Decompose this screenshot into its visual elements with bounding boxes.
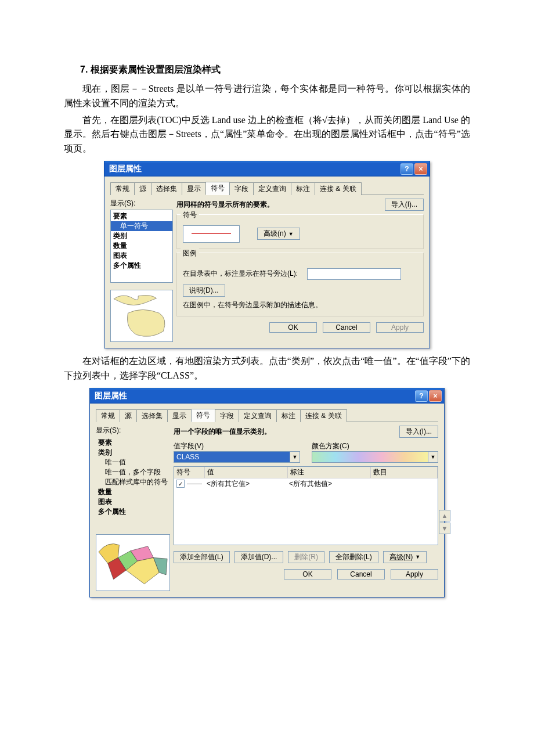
tab-1[interactable]: 源 xyxy=(134,182,151,195)
dialog-title: 图层属性 xyxy=(95,391,127,401)
advanced-button[interactable]: 高级(N)▼ xyxy=(383,551,427,563)
tab-6[interactable]: 定义查询 xyxy=(253,182,291,195)
color-scheme-label: 颜色方案(C) xyxy=(312,441,438,451)
apply-button[interactable]: Apply xyxy=(391,569,438,579)
map-preview xyxy=(96,534,170,591)
tab-0[interactable]: 常规 xyxy=(110,182,135,195)
legend-label-text: 在目录表中，标注显示在符号旁边(L): xyxy=(183,269,298,279)
renderer-description: 用同样的符号显示所有的要素。 xyxy=(176,200,274,210)
layer-properties-dialog-1: 图层属性 ? × 常规源选择集显示符号字段定义查询标注连接 & 关联 显示(S)… xyxy=(104,161,430,348)
symbol-group: 高级(n)▼ xyxy=(176,214,424,249)
close-button[interactable]: × xyxy=(429,390,442,402)
advanced-button[interactable]: 高级(n)▼ xyxy=(257,228,300,240)
renderer-item[interactable]: 要素 xyxy=(111,211,172,221)
help-button[interactable]: ? xyxy=(415,390,428,402)
tab-2[interactable]: 选择集 xyxy=(136,409,168,422)
value-field-value: CLASS xyxy=(174,451,290,463)
row-label: <所有其他值> xyxy=(287,478,369,489)
renderer-item[interactable]: 类别 xyxy=(96,448,170,458)
renderer-item[interactable]: 匹配样式库中的符号 xyxy=(96,477,170,487)
col-header-label: 标注 xyxy=(288,467,371,478)
chevron-down-icon[interactable]: ▼ xyxy=(428,451,438,463)
tab-4[interactable]: 符号 xyxy=(205,182,230,195)
tab-2[interactable]: 选择集 xyxy=(151,182,182,195)
renderer-item[interactable]: 图表 xyxy=(96,497,170,507)
tab-0[interactable]: 常规 xyxy=(96,409,120,422)
renderer-item[interactable]: 类别 xyxy=(111,231,172,241)
renderer-item[interactable]: 要素 xyxy=(96,438,170,448)
tab-1[interactable]: 源 xyxy=(120,409,137,422)
renderer-item[interactable]: 图表 xyxy=(111,251,172,261)
move-up-button[interactable]: ▲ xyxy=(439,510,450,521)
tab-4[interactable]: 符号 xyxy=(191,409,215,422)
dialog-title: 图层属性 xyxy=(109,164,142,174)
legend-note: 在图例中，在符号旁边显示附加的描述信息。 xyxy=(183,300,417,310)
tab-8[interactable]: 连接 & 关联 xyxy=(315,182,362,195)
legend-label-input[interactable] xyxy=(307,268,401,280)
help-button[interactable]: ? xyxy=(400,163,413,175)
remove-all-button[interactable]: 全部删除(L) xyxy=(329,551,378,563)
tab-8[interactable]: 连接 & 关联 xyxy=(300,409,347,422)
move-down-button[interactable]: ▼ xyxy=(439,523,450,534)
ok-button[interactable]: OK xyxy=(284,569,331,579)
paragraph-2: 首先，在图层列表(TOC)中反选 Land use 边上的检查框（将√去掉），从… xyxy=(64,113,470,156)
tab-strip: 常规源选择集显示符号字段定义查询标注连接 & 关联 xyxy=(96,408,438,422)
apply-button[interactable]: Apply xyxy=(376,322,424,333)
tab-3[interactable]: 显示 xyxy=(167,409,192,422)
row-count xyxy=(369,478,438,489)
description-button[interactable]: 说明(D)... xyxy=(183,285,225,297)
add-all-values-button[interactable]: 添加全部值(L) xyxy=(174,551,230,563)
tab-3[interactable]: 显示 xyxy=(182,182,206,195)
section-heading: 7. 根据要素属性设置图层渲染样式 xyxy=(80,64,470,76)
grid-row-all-others[interactable]: ✓ <所有其它值> <所有其他值> xyxy=(174,478,438,489)
col-header-value: 值 xyxy=(205,467,288,478)
value-field-label: 值字段(V) xyxy=(174,441,300,451)
ok-button[interactable]: OK xyxy=(269,322,317,333)
col-header-count: 数目 xyxy=(371,467,438,478)
renderer-description: 用一个字段的唯一值显示类别。 xyxy=(174,427,271,437)
renderer-item[interactable]: 唯一值 xyxy=(96,458,170,467)
values-grid[interactable]: 符号 值 标注 数目 ✓ <所有其它值> <所有其他值> xyxy=(174,466,438,545)
renderer-list[interactable]: 要素类别唯一值唯一值，多个字段匹配样式库中的符号数量图表多个属性 xyxy=(96,437,170,527)
tab-5[interactable]: 字段 xyxy=(229,182,254,195)
paragraph-1: 现在，图层－－Streets 是以单一符号进行渲染，每个实体都是同一种符号。你可… xyxy=(64,82,470,111)
cancel-button[interactable]: Cancel xyxy=(323,322,370,333)
renderer-item[interactable]: 数量 xyxy=(96,487,170,497)
renderer-item[interactable]: 多个属性 xyxy=(111,261,172,271)
renderer-list[interactable]: 要素单一符号类别数量图表多个属性 xyxy=(110,210,173,283)
paragraph-3: 在对话框的左边区域，有地图渲染方式列表。点击“类别”，依次点击“唯一值”。在“值… xyxy=(64,354,470,383)
renderer-item[interactable]: 数量 xyxy=(111,241,172,251)
symbol-swatch[interactable] xyxy=(183,225,240,243)
chevron-down-icon: ▼ xyxy=(415,554,420,560)
chevron-down-icon: ▼ xyxy=(288,231,294,237)
cancel-button[interactable]: Cancel xyxy=(337,569,385,579)
tab-strip: 常规源选择集显示符号字段定义查询标注连接 & 关联 xyxy=(110,181,424,195)
renderer-item[interactable]: 唯一值，多个字段 xyxy=(96,467,170,477)
col-header-symbol: 符号 xyxy=(174,467,205,478)
color-scheme-combo[interactable]: ▼ xyxy=(312,451,438,463)
close-button[interactable]: × xyxy=(414,163,427,175)
add-value-button[interactable]: 添加值(D)... xyxy=(234,551,284,563)
layer-properties-dialog-2: 图层属性 ? × 常规源选择集显示符号字段定义查询标注连接 & 关联 显示(S)… xyxy=(89,388,445,597)
row-symbol-swatch xyxy=(187,484,202,484)
row-checkbox[interactable]: ✓ xyxy=(176,480,185,488)
import-button[interactable]: 导入(I)... xyxy=(399,426,438,438)
tab-5[interactable]: 字段 xyxy=(215,409,239,422)
legend-group: 在目录表中，标注显示在符号旁边(L): 说明(D)... 在图例中，在符号旁边显… xyxy=(176,253,424,316)
value-field-combo[interactable]: CLASS ▼ xyxy=(174,451,300,463)
import-button[interactable]: 导入(I)... xyxy=(385,199,424,211)
remove-button[interactable]: 删除(R) xyxy=(288,551,324,563)
show-label: 显示(S): xyxy=(96,426,170,435)
tab-6[interactable]: 定义查询 xyxy=(239,409,277,422)
titlebar: 图层属性 ? × xyxy=(90,388,444,404)
titlebar: 图层属性 ? × xyxy=(104,161,430,177)
color-gradient xyxy=(312,451,428,463)
show-label: 显示(S): xyxy=(110,199,173,208)
row-value: <所有其它值> xyxy=(204,478,287,489)
chevron-down-icon[interactable]: ▼ xyxy=(290,451,300,463)
tab-7[interactable]: 标注 xyxy=(276,409,301,422)
tab-7[interactable]: 标注 xyxy=(291,182,315,195)
map-preview xyxy=(110,290,173,342)
renderer-item[interactable]: 多个属性 xyxy=(96,507,170,517)
renderer-item[interactable]: 单一符号 xyxy=(111,221,172,231)
